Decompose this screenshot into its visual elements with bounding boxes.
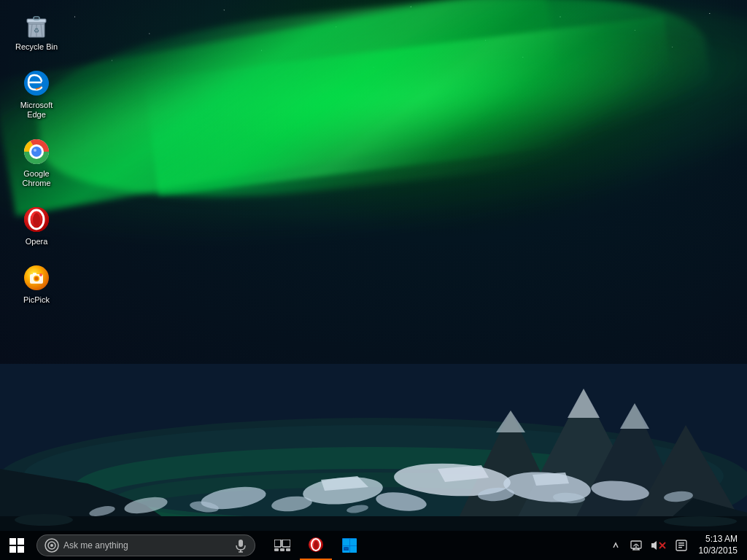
svg-rect-90 [678,542,684,544]
svg-rect-59 [9,546,16,553]
svg-rect-67 [274,540,281,547]
cortana-icon [44,538,59,553]
opera-label: Opera [26,237,48,246]
microphone-icon[interactable] [236,540,247,551]
svg-rect-91 [678,545,684,546]
svg-rect-39 [34,17,39,20]
svg-rect-71 [286,548,290,551]
edge-icon [22,69,51,98]
taskbar-mail-icon [341,537,357,553]
svg-point-32 [664,516,737,526]
show-hidden-icons-button[interactable] [607,531,624,560]
svg-rect-70 [280,548,285,551]
desktop-icon-chrome[interactable]: Google Chrome [7,134,66,191]
desktop-icon-recycle-bin[interactable]: ♻ Recycle Bin [7,7,66,55]
picpick-label: PicPick [23,295,50,305]
chevron-up-icon [612,540,619,551]
recycle-bin-icon: ♻ [22,10,51,39]
taskbar-opera-button[interactable] [300,531,332,560]
taskbar-center-buttons [266,531,365,560]
svg-marker-29 [533,472,569,486]
svg-rect-60 [18,546,24,553]
volume-icon-button[interactable] [648,531,670,560]
picpick-icon [22,263,51,292]
task-view-icon [274,540,290,551]
desktop-icon-edge[interactable]: Microsoft Edge [7,66,66,122]
svg-point-46 [34,149,36,152]
desktop-icon-picpick[interactable]: PicPick [7,260,66,308]
desktop: ♻ Recycle Bin Microsoft Edge [0,0,747,560]
svg-rect-58 [18,538,24,545]
svg-rect-30 [0,516,747,531]
svg-rect-64 [239,540,243,547]
svg-rect-76 [343,539,349,545]
taskbar-mail-button[interactable] [333,531,365,560]
start-button[interactable] [0,531,33,560]
task-view-button[interactable] [266,531,298,560]
svg-marker-86 [651,541,657,550]
system-tray: 5:13 AM 10/3/2015 [607,531,747,560]
svg-point-50 [33,213,40,226]
svg-marker-10 [620,403,649,429]
svg-marker-9 [568,389,600,418]
desktop-icon-opera[interactable]: Opera [7,202,66,249]
opera-icon [22,205,51,234]
svg-rect-57 [9,538,16,545]
svg-text:♻: ♻ [34,27,39,34]
network-icon [630,540,642,551]
svg-rect-79 [350,546,357,553]
desktop-icons: ♻ Recycle Bin Microsoft Edge [7,7,66,308]
network-icon-button[interactable] [627,531,645,560]
svg-point-31 [15,514,73,526]
svg-point-63 [50,544,53,547]
clock-time: 5:13 AM [705,534,738,545]
landscape [0,279,747,531]
chrome-label: Google Chrome [10,169,63,188]
edge-label: Microsoft Edge [10,101,63,120]
svg-rect-77 [350,539,357,545]
landscape-svg [0,279,747,531]
svg-point-54 [35,277,39,281]
clock[interactable]: 5:13 AM 10/3/2015 [693,531,743,560]
svg-point-85 [635,546,637,548]
search-bar[interactable]: Ask me anything [36,534,255,556]
svg-point-56 [39,273,42,276]
volume-muted-icon [651,540,667,551]
svg-point-45 [31,147,42,157]
svg-rect-55 [33,273,36,275]
windows-logo-icon [9,537,25,553]
chrome-icon [22,137,51,166]
svg-rect-68 [282,540,290,547]
svg-rect-69 [274,548,279,551]
taskbar: Ask me anything [0,531,747,560]
clock-date: 10/3/2015 [699,545,738,557]
recycle-bin-label: Recycle Bin [15,42,58,52]
taskbar-opera-icon [308,537,324,553]
action-center-button[interactable] [673,531,690,560]
svg-marker-8 [496,411,525,432]
action-center-icon [676,540,687,551]
svg-rect-92 [678,547,682,548]
search-placeholder-text: Ask me anything [63,540,231,551]
svg-point-74 [314,541,318,549]
